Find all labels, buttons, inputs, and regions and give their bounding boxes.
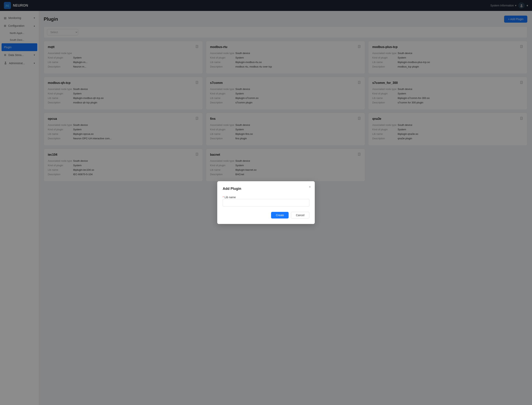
lib-name-label: *Lib name (223, 196, 236, 199)
create-button[interactable]: Create (271, 212, 289, 218)
required-star: * (223, 196, 224, 199)
modal-lib-name-field: *Lib name (223, 196, 309, 212)
modal-title: Add Plugin (223, 187, 309, 191)
add-plugin-modal: × Add Plugin *Lib name Create Cancel (217, 181, 315, 224)
lib-name-input[interactable] (223, 199, 309, 206)
cancel-button[interactable]: Cancel (291, 212, 309, 218)
modal-close-button[interactable]: × (309, 185, 311, 189)
modal-actions: Create Cancel (223, 212, 309, 218)
modal-overlay[interactable]: × Add Plugin *Lib name Create Cancel (0, 0, 532, 405)
